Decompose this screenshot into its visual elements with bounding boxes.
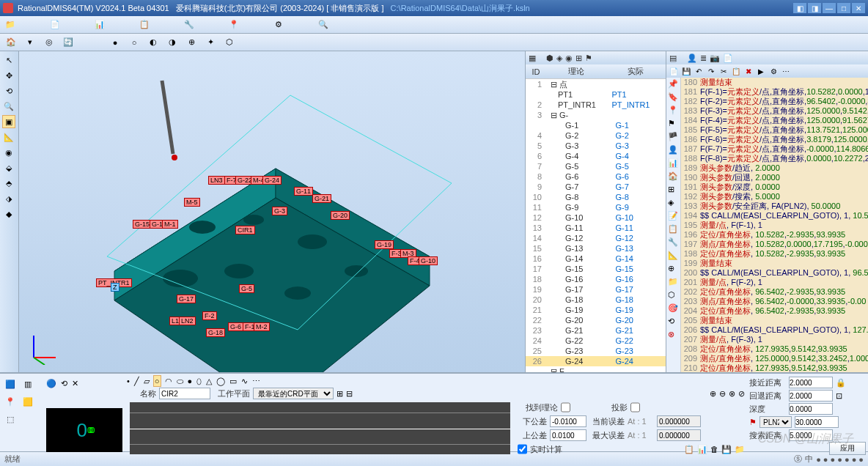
user-icon[interactable]: 👤 — [687, 53, 697, 63]
menu-icon-2[interactable]: 📄 — [49, 19, 61, 31]
code-line[interactable]: 210 定位/直角坐标, 127.9935,9.5142,93.9935 — [683, 363, 868, 372]
code-line[interactable]: 185F(F-5)=元素定义/点,直角坐标,113.7521,125.0000, — [683, 125, 868, 135]
extra-button-2[interactable]: ◨ — [808, 3, 821, 13]
code-line[interactable]: 197 测点/直角坐标, 10.5282,0.0000,17.7195,-0.0… — [683, 240, 868, 249]
retract-opt-icon[interactable]: ⊡ — [836, 391, 842, 401]
extra-button[interactable]: ◧ — [793, 3, 806, 13]
code-line[interactable]: 193测头参数/安全距离, FA(PLN2), 50.0000 — [683, 201, 868, 211]
shape-curve-icon[interactable]: ∿ — [241, 377, 248, 386]
scratch-theo-check[interactable] — [561, 402, 570, 413]
table-row[interactable]: 17G-15G-15 — [526, 264, 666, 274]
run-icon[interactable]: ✖ — [743, 66, 754, 76]
approach-input[interactable] — [789, 377, 833, 388]
code-line[interactable]: 206$$ CALL/M(EASI_CLEARPLN_GOTO), 1, 127… — [683, 325, 868, 335]
label-g10[interactable]: G-10 — [419, 256, 438, 265]
lower-tol-input[interactable] — [550, 415, 586, 427]
code-line[interactable]: 205测量结束 — [683, 316, 868, 325]
code-line[interactable]: 183F(F-3)=元素定义/点,直角坐标,125.0000,9.5142,33 — [683, 106, 868, 116]
table-row[interactable]: 26G-24G-24 — [526, 356, 666, 366]
shape-slot-icon[interactable]: ▭ — [229, 377, 237, 386]
gutter-icon[interactable]: ⊕ — [668, 264, 680, 275]
opt-icon-1[interactable]: ⊕ — [710, 389, 716, 399]
home-icon[interactable]: 🏠 — [4, 36, 18, 49]
opt-icon-4[interactable]: ⊘ — [738, 389, 745, 399]
table-row[interactable]: 25G-23G-23 — [526, 346, 666, 356]
table-row[interactable]: 9G-7G-7 — [526, 182, 666, 192]
save-icon[interactable]: 💾 — [681, 66, 691, 76]
label-g5[interactable]: G-5 — [239, 284, 254, 293]
feature-icon-4[interactable]: ◑ — [166, 36, 179, 49]
gutter-icon[interactable]: 🔧 — [668, 237, 680, 249]
code-line[interactable]: 186F(F-6)=元素定义/点,直角坐标,3.8179,125.0000,25 — [683, 135, 868, 144]
form-icon-c[interactable]: 🗑 — [710, 445, 718, 454]
code-line[interactable]: 182F(F-2)=元素定义/点,直角坐标,96.5402,-0.0000,33 — [683, 97, 868, 106]
shape-torus-icon[interactable]: ◯ — [216, 377, 225, 386]
status-lang[interactable]: 中 — [805, 454, 813, 465]
code-line[interactable]: 203 测点/直角坐标, 96.5402,-0.0000,33.9935,-0.… — [683, 297, 868, 306]
table-row[interactable]: 6G-4G-4 — [526, 151, 666, 161]
label-g6[interactable]: G-6 — [228, 322, 243, 331]
table-row[interactable]: 1⊟ 点 — [526, 79, 666, 89]
gutter-icon[interactable]: 📝 — [668, 211, 680, 223]
feature-icon-5[interactable]: ⊕ — [185, 36, 198, 49]
label-g18[interactable]: G-18 — [206, 328, 225, 337]
wp-icon-1[interactable]: ⊞ — [336, 389, 343, 399]
gutter-icon[interactable]: ⊞ — [668, 185, 680, 196]
gutter-icon[interactable]: 📁 — [668, 277, 680, 289]
cube-tool-icon[interactable]: 🟦 — [2, 376, 18, 392]
gutter-icon[interactable]: 🏴 — [668, 132, 680, 144]
table-row[interactable]: G-1G-1 — [526, 120, 666, 130]
shape-more-icon[interactable]: ⋯ — [252, 377, 260, 386]
table-row[interactable]: 14G-12G-12 — [526, 233, 666, 243]
cam-icon[interactable]: 📷 — [710, 53, 720, 63]
code-line[interactable]: 204 定位/直角坐标, 96.5402,-2.9935,93.9935 — [683, 306, 868, 316]
code-line[interactable]: 199测量结束 — [683, 259, 868, 268]
feature-icon-7[interactable]: ⬡ — [223, 36, 236, 49]
more-icon[interactable]: ⋯ — [781, 66, 791, 76]
workplane-select[interactable]: 最靠近的CRD平面 — [253, 388, 334, 399]
status-icon[interactable]: ⓢ — [794, 454, 802, 465]
new-icon[interactable]: 📄 — [669, 66, 679, 76]
table-row[interactable]: 21G-19G-19 — [526, 305, 666, 315]
code-line[interactable]: 194$$ CALL/M(EASI_CLEARPLN_GOTO), 1, 10.… — [683, 211, 868, 221]
table-row[interactable]: 13G-11G-11 — [526, 223, 666, 233]
label-m1[interactable]: M-1 — [162, 220, 178, 229]
list-icon[interactable]: ≣ — [700, 53, 707, 63]
table-row[interactable]: 24G-22G-22 — [526, 336, 666, 346]
feature-icon-3[interactable]: ◐ — [147, 36, 160, 49]
label-m5[interactable]: M-5 — [184, 198, 200, 207]
cube-icon[interactable]: ▦ — [529, 53, 536, 63]
wp-icon-2[interactable]: ⊟ — [346, 389, 353, 399]
code-line[interactable]: 181F(F-1)=元素定义/点,直角坐标,10.5282,0.0000,17 — [683, 87, 868, 97]
table-row[interactable]: 3⊟ G- — [526, 110, 666, 120]
ctr-icon-2[interactable]: ⟲ — [61, 379, 67, 388]
code-line[interactable]: 208 定位/直角坐标, 127.9935,9.5142,93.9935 — [683, 344, 868, 354]
code-line[interactable]: 187F(F-7)=元素定义/点,直角坐标,-0.0000,114.8066,2 — [683, 144, 868, 154]
feature-table-body[interactable]: 1⊟ 点PT1PT12PT_INTR1PT_INTR13⊟ G-G-1G-14G… — [526, 79, 666, 372]
label-g11[interactable]: G-11 — [294, 187, 313, 196]
axis-tool-icon[interactable]: ⬚ — [2, 411, 18, 427]
plane-select[interactable]: PLN2 — [760, 416, 792, 428]
cursor-icon[interactable]: ↖ — [2, 53, 15, 67]
copy-icon[interactable]: 📋 — [731, 66, 741, 76]
name-input[interactable] — [159, 388, 210, 399]
shape-line-icon[interactable]: ╱ — [134, 377, 139, 386]
code-line[interactable]: 195测量/点, F(F-1), 1 — [683, 221, 868, 230]
barcode-icon[interactable]: ▥ — [20, 376, 36, 392]
feature-icon-2[interactable]: ○ — [128, 36, 141, 49]
feature-icon-1[interactable]: ● — [108, 36, 122, 49]
tab-icon-5[interactable]: ⚑ — [585, 53, 592, 63]
close-button[interactable]: ✕ — [852, 3, 865, 13]
menu-icon-4[interactable]: 📋 — [139, 19, 150, 31]
gutter-icon[interactable]: 📋 — [668, 224, 680, 236]
undo-icon[interactable]: ↶ — [694, 66, 704, 76]
label-g21[interactable]: G-21 — [312, 194, 331, 203]
rotate-icon[interactable]: ⟲ — [2, 84, 15, 97]
table-row[interactable]: 12G-10G-10 — [526, 212, 666, 223]
form-icon-e[interactable]: 📁 — [735, 445, 745, 454]
table-row[interactable]: 11G-9G-9 — [526, 202, 666, 212]
blank-icon[interactable] — [20, 411, 36, 427]
3d-viewport[interactable]: PT_INTR1 G-15 G-1 M-1 M-5 LN3 F-7 G-22 M… — [19, 51, 525, 372]
menu-icon-5[interactable]: 🔧 — [183, 19, 195, 31]
ctr-icon-1[interactable]: 🔵 — [46, 379, 56, 388]
